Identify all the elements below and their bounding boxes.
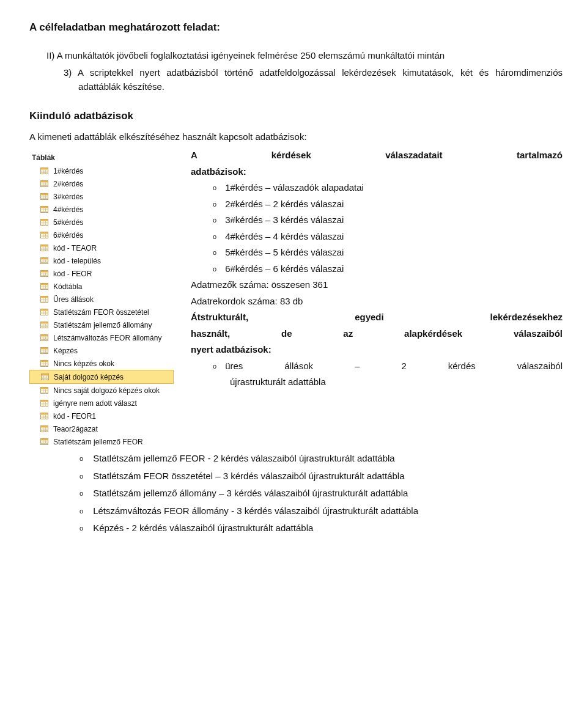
- table-icon: [40, 296, 48, 303]
- sidebar-item-label: Statlétszám FEOR összetétel: [53, 307, 149, 318]
- sidebar-item-label: Üres állások: [53, 294, 94, 305]
- list-item: o5#kérdés – 5 kérdés válaszai: [191, 246, 563, 260]
- sidebar-item[interactable]: Teaor2ágazat: [29, 422, 174, 435]
- list-item: oLétszámváltozás FEOR állomány - 3 kérdé…: [29, 504, 563, 518]
- answers-heading-line1: A kérdések válaszadatait tartalmazó: [191, 149, 563, 163]
- svg-rect-37: [41, 245, 48, 247]
- sidebar-item[interactable]: Nincs képzés okok: [29, 357, 174, 370]
- sidebar-item[interactable]: kód - FEOR: [29, 267, 174, 280]
- sidebar-item[interactable]: 1#kérdés: [29, 164, 174, 177]
- sidebar-item[interactable]: Statlétszám jellemző FEOR: [29, 435, 174, 448]
- sidebar-item[interactable]: Létszámváltozás FEOR állomány: [29, 331, 174, 344]
- list-item-continuation: újrastrukturált adattábla: [191, 375, 563, 389]
- table-icon: [40, 206, 48, 213]
- svg-rect-121: [41, 426, 48, 428]
- bullet-icon: o: [79, 452, 83, 466]
- list-item: o1#kérdés – válaszadók alapadatai: [191, 181, 563, 195]
- list-item-label: Létszámváltozás FEOR állomány - 3 kérdés…: [93, 504, 563, 518]
- bullet-icon: o: [213, 359, 216, 373]
- intro-line-1: II) A munkáltatók jövőbeli foglalkoztatá…: [46, 49, 563, 63]
- sidebar-item-label: Kódtábla: [53, 281, 82, 292]
- sidebar-item-label: Létszámváltozás FEOR állomány: [53, 333, 161, 344]
- list-item-label: Statlétszám FEOR összetétel – 3 kérdés v…: [93, 469, 563, 483]
- svg-rect-127: [41, 439, 48, 441]
- svg-rect-13: [41, 194, 48, 196]
- svg-rect-67: [41, 309, 48, 311]
- tables-panel-title: Táblák: [29, 151, 174, 164]
- svg-rect-31: [41, 232, 48, 234]
- sidebar-item[interactable]: 4#kérdés: [29, 203, 174, 216]
- table-icon: [40, 413, 48, 419]
- sidebar-item[interactable]: Képzés: [29, 344, 174, 357]
- bullet-icon: o: [213, 181, 216, 195]
- svg-rect-49: [41, 271, 48, 273]
- table-icon: [40, 309, 48, 315]
- restructured-heading-line1: Átstrukturált, egyedi lekérdezésekhez: [191, 311, 563, 325]
- svg-rect-109: [41, 400, 48, 402]
- sidebar-item[interactable]: 2#kérdés: [29, 177, 174, 190]
- svg-rect-103: [41, 388, 48, 389]
- svg-rect-25: [41, 219, 48, 221]
- sidebar-item[interactable]: kód - TEAOR: [29, 241, 174, 254]
- svg-rect-1: [41, 168, 48, 170]
- sidebar-item-label: 4#kérdés: [53, 204, 83, 215]
- list-item-label: 1#kérdés – válaszadók alapadatai: [225, 181, 364, 195]
- bullet-icon: o: [79, 504, 83, 518]
- table-icon: [40, 283, 48, 290]
- two-column-layout: Táblák 1#kérdés2#kérdés3#kérdés4#kérdés5…: [29, 149, 563, 448]
- sidebar-item[interactable]: 3#kérdés: [29, 190, 174, 203]
- svg-rect-85: [41, 348, 48, 350]
- sidebar-item[interactable]: Saját dolgozó képzés: [29, 370, 174, 384]
- svg-rect-61: [41, 296, 48, 298]
- table-icon: [40, 193, 48, 200]
- sidebar-item-label: Nincs képzés okok: [53, 358, 114, 369]
- table-icon: [40, 322, 48, 328]
- bullet-icon: o: [79, 487, 83, 501]
- sidebar-item[interactable]: igényre nem adott választ: [29, 397, 174, 410]
- list-item: o3#kérdés – 3 kérdés válaszai: [191, 213, 563, 227]
- list-item-label: 2#kérdés – 2 kérdés válaszai: [225, 197, 344, 211]
- svg-rect-55: [41, 284, 48, 285]
- table-icon: [41, 373, 49, 380]
- sidebar-item-label: Teaor2ágazat: [53, 424, 98, 435]
- sidebar-item[interactable]: Statlétszám FEOR összetétel: [29, 306, 174, 318]
- table-icon: [40, 438, 48, 445]
- list-item: o6#kérdés – 6 kérdés válaszai: [191, 262, 563, 276]
- list-item-label: Statlétszám jellemző FEOR - 2 kérdés vál…: [93, 452, 563, 466]
- list-item-label: üres állások – 2 kérdés válaszaiból: [225, 359, 563, 373]
- table-icon: [40, 232, 48, 238]
- sidebar-item[interactable]: Statlétszám jellemző állomány: [29, 318, 174, 331]
- sidebar-item[interactable]: 5#kérdés: [29, 216, 174, 229]
- list-item-label: 4#kérdés – 4 kérdés válaszai: [225, 230, 344, 244]
- list-item-label: Képzés - 2 kérdés válaszaiból újrastrukt…: [93, 521, 563, 535]
- sidebar-item-label: 5#kérdés: [53, 217, 83, 228]
- tables-panel: Táblák 1#kérdés2#kérdés3#kérdés4#kérdés5…: [29, 149, 174, 448]
- svg-rect-79: [41, 335, 48, 337]
- list-item: o üres állások – 2 kérdés válaszaiból: [191, 359, 563, 373]
- bullet-icon: o: [213, 262, 216, 276]
- svg-rect-19: [41, 207, 48, 208]
- sidebar-item-label: kód - FEOR1: [53, 411, 96, 422]
- table-icon: [40, 257, 48, 264]
- sidebar-item[interactable]: 6#kérdés: [29, 229, 174, 241]
- svg-rect-115: [41, 413, 48, 415]
- svg-rect-97: [42, 374, 49, 376]
- list-item: o2#kérdés – 2 kérdés válaszai: [191, 197, 563, 211]
- sidebar-item[interactable]: Nincs saját dolgozó képzés okok: [29, 384, 174, 397]
- restructured-heading-line2: használt, de az alapkérdések válaszaiból: [191, 327, 563, 341]
- sidebar-item-label: 1#kérdés: [53, 166, 83, 177]
- sidebar-item[interactable]: Üres állások: [29, 293, 174, 306]
- list-item: o4#kérdés – 4 kérdés válaszai: [191, 230, 563, 244]
- sidebar-item-label: 6#kérdés: [53, 230, 83, 241]
- sidebar-item[interactable]: Kódtábla: [29, 280, 174, 293]
- svg-rect-43: [41, 258, 48, 260]
- table-icon: [40, 219, 48, 226]
- bullet-icon: o: [79, 469, 83, 483]
- sidebar-item-label: igényre nem adott választ: [53, 398, 137, 409]
- sidebar-item[interactable]: kód - település: [29, 254, 174, 267]
- bullet-icon: o: [213, 197, 216, 211]
- list-item: oStatlétszám FEOR összetétel – 3 kérdés …: [29, 469, 563, 483]
- list-item: oStatlétszám jellemző FEOR - 2 kérdés vá…: [29, 452, 563, 466]
- sidebar-item-label: 2#kérdés: [53, 178, 83, 189]
- sidebar-item[interactable]: kód - FEOR1: [29, 410, 174, 422]
